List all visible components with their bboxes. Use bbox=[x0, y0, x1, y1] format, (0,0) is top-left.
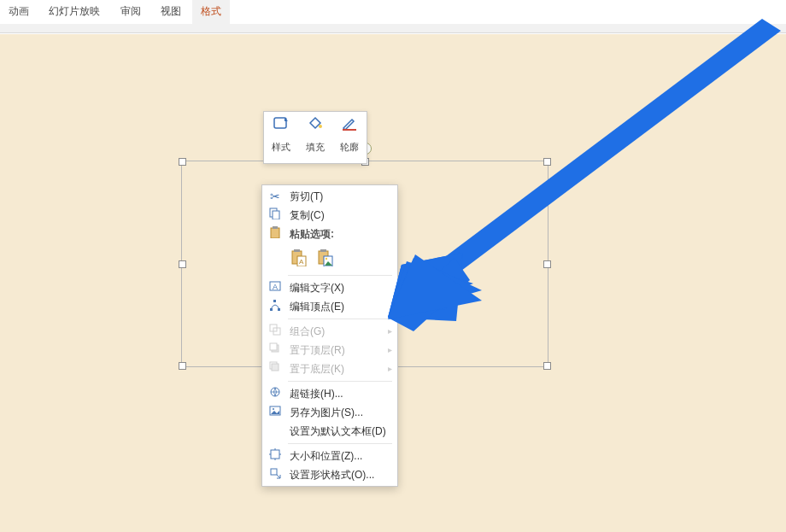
menu-edit-points[interactable]: 编辑顶点(E) bbox=[262, 297, 397, 316]
svg-rect-18 bbox=[278, 308, 280, 311]
scissors-icon: ✂ bbox=[267, 187, 283, 206]
bring-front-icon bbox=[267, 341, 283, 360]
fill-button[interactable]: 填充 bbox=[298, 112, 332, 161]
group-icon bbox=[267, 322, 283, 341]
svg-rect-30 bbox=[271, 469, 277, 475]
pen-icon bbox=[332, 112, 367, 141]
svg-rect-23 bbox=[270, 343, 277, 350]
svg-rect-25 bbox=[272, 364, 279, 371]
style-button[interactable]: 样式 bbox=[264, 112, 298, 161]
svg-rect-0 bbox=[274, 118, 286, 128]
svg-rect-8 bbox=[294, 249, 300, 252]
menu-edit-points-label: 编辑顶点(E) bbox=[290, 301, 344, 313]
chevron-right-icon: ▸ bbox=[388, 360, 392, 378]
chevron-right-icon: ▸ bbox=[388, 341, 392, 360]
resize-handle-rm[interactable] bbox=[543, 260, 551, 268]
menu-edit-text[interactable]: A 编辑文字(X) bbox=[262, 278, 397, 297]
menu-cut[interactable]: ✂ 剪切(T) bbox=[262, 187, 397, 206]
menu-paste-header-label: 粘贴选项: bbox=[290, 228, 334, 240]
menu-separator bbox=[288, 319, 392, 319]
svg-rect-4 bbox=[273, 211, 279, 219]
menu-save-as-picture[interactable]: 另存为图片(S)... bbox=[262, 403, 397, 422]
menu-size-position-label: 大小和位置(Z)... bbox=[290, 450, 362, 462]
menu-edit-text-label: 编辑文字(X) bbox=[290, 282, 344, 294]
clipboard-icon bbox=[267, 225, 283, 243]
menu-paste-header: 粘贴选项: bbox=[262, 225, 397, 243]
svg-rect-5 bbox=[271, 228, 279, 238]
menu-size-position[interactable]: 大小和位置(Z)... bbox=[262, 447, 397, 465]
menu-group-label: 组合(G) bbox=[290, 325, 325, 337]
paste-as-picture[interactable] bbox=[314, 245, 337, 269]
menu-hyperlink[interactable]: 超链接(H)... bbox=[262, 384, 397, 403]
menu-hyperlink-label: 超链接(H)... bbox=[290, 388, 343, 400]
svg-text:A: A bbox=[299, 258, 304, 266]
menu-bring-front: 置于顶层(R) ▸ bbox=[262, 341, 397, 360]
svg-rect-29 bbox=[271, 450, 279, 459]
send-back-icon bbox=[267, 360, 283, 378]
menu-set-default-textbox-label: 设置为默认文本框(D) bbox=[290, 425, 386, 437]
svg-point-1 bbox=[319, 125, 322, 128]
svg-rect-2 bbox=[343, 129, 356, 131]
outline-label: 轮廓 bbox=[332, 141, 367, 154]
size-icon bbox=[267, 447, 283, 465]
svg-rect-6 bbox=[273, 226, 278, 229]
menu-set-default-textbox[interactable]: 设置为默认文本框(D) bbox=[262, 422, 397, 441]
menu-send-back: 置于底层(K) ▸ bbox=[262, 360, 397, 378]
menu-format-shape[interactable]: 设置形状格式(O)... bbox=[262, 465, 397, 484]
paste-keep-source[interactable]: A bbox=[288, 245, 310, 269]
menu-save-as-picture-label: 另存为图片(S)... bbox=[290, 406, 363, 418]
context-menu: ✂ 剪切(T) 复制(C) 粘贴选项: A A 编辑文字(X) 编辑顶点(E) bbox=[261, 184, 398, 487]
menu-separator bbox=[288, 443, 392, 444]
menu-bring-front-label: 置于顶层(R) bbox=[290, 344, 345, 356]
svg-point-28 bbox=[273, 408, 274, 410]
style-icon bbox=[264, 112, 298, 141]
style-label: 样式 bbox=[264, 141, 298, 154]
format-shape-icon bbox=[267, 465, 283, 484]
svg-rect-19 bbox=[273, 300, 276, 302]
resize-handle-bl[interactable] bbox=[179, 362, 186, 370]
svg-rect-17 bbox=[270, 308, 273, 311]
menu-separator bbox=[288, 381, 392, 382]
chevron-right-icon: ▸ bbox=[388, 322, 392, 341]
menu-copy[interactable]: 复制(C) bbox=[262, 206, 397, 225]
resize-handle-lm[interactable] bbox=[179, 260, 186, 268]
edit-points-icon bbox=[267, 297, 283, 316]
svg-text:A: A bbox=[273, 283, 278, 291]
ribbon-tabbar: 动画 幻灯片放映 审阅 视图 格式 bbox=[0, 0, 786, 24]
edit-text-icon: A bbox=[267, 278, 283, 297]
picture-icon bbox=[267, 403, 283, 422]
menu-group: 组合(G) ▸ bbox=[262, 322, 397, 341]
menu-cut-label: 剪切(T) bbox=[290, 190, 323, 202]
menu-send-back-label: 置于底层(K) bbox=[290, 363, 344, 375]
mini-toolbar: 样式 填充 轮廓 bbox=[263, 111, 367, 164]
fill-label: 填充 bbox=[298, 141, 332, 154]
resize-handle-tl[interactable] bbox=[179, 158, 186, 166]
ribbon-strip bbox=[0, 24, 786, 33]
menu-format-shape-label: 设置形状格式(O)... bbox=[290, 469, 374, 481]
svg-point-14 bbox=[326, 258, 327, 260]
menu-separator bbox=[288, 275, 392, 276]
resize-handle-br[interactable] bbox=[543, 362, 551, 370]
svg-rect-12 bbox=[320, 249, 326, 252]
paste-options-row: A bbox=[262, 243, 397, 272]
hyperlink-icon bbox=[267, 384, 283, 403]
outline-button[interactable]: 轮廓 bbox=[332, 112, 367, 161]
resize-handle-tr[interactable] bbox=[543, 158, 551, 166]
copy-icon bbox=[267, 206, 283, 225]
bucket-icon bbox=[298, 112, 332, 141]
menu-copy-label: 复制(C) bbox=[290, 209, 325, 221]
